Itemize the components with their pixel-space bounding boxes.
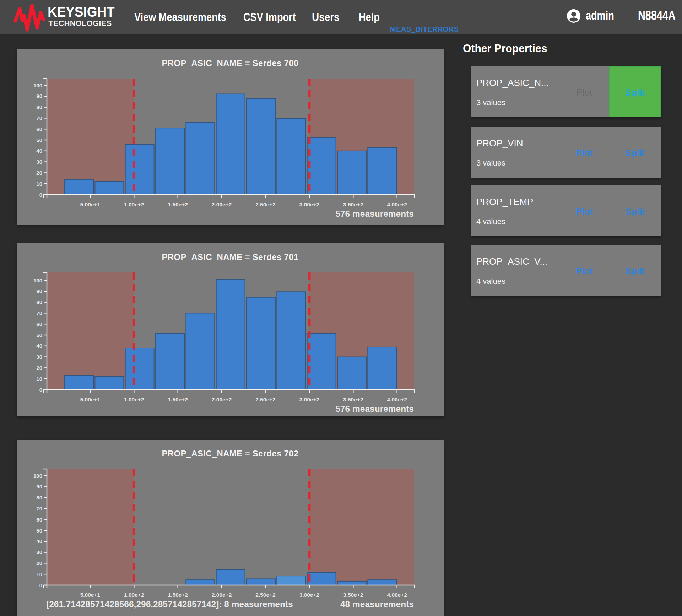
svg-text:100: 100 xyxy=(33,82,42,88)
svg-text:3.50e+2: 3.50e+2 xyxy=(343,201,363,207)
svg-text:[261.71428571428566,296.285714: [261.71428571428566,296.2857142857142]: … xyxy=(46,599,293,609)
svg-text:0: 0 xyxy=(39,192,42,198)
svg-text:1.00e+2: 1.00e+2 xyxy=(124,592,144,598)
svg-text:1.00e+2: 1.00e+2 xyxy=(124,396,144,402)
svg-text:60: 60 xyxy=(36,321,42,327)
svg-text:80: 80 xyxy=(36,104,42,110)
svg-text:100: 100 xyxy=(33,277,42,283)
svg-text:40: 40 xyxy=(36,538,42,544)
svg-text:2.00e+2: 2.00e+2 xyxy=(212,592,232,598)
svg-text:PROP_ASIC_NAME = Serdes 700: PROP_ASIC_NAME = Serdes 700 xyxy=(162,58,299,68)
svg-text:40: 40 xyxy=(36,148,42,154)
svg-text:100: 100 xyxy=(33,473,42,479)
svg-text:50: 50 xyxy=(36,332,42,338)
svg-text:5.00e+1: 5.00e+1 xyxy=(80,201,101,207)
svg-text:50: 50 xyxy=(36,528,42,534)
svg-text:1.50e+2: 1.50e+2 xyxy=(168,396,188,402)
svg-text:2.00e+2: 2.00e+2 xyxy=(212,201,232,207)
svg-text:PROP_ASIC_NAME = Serdes 701: PROP_ASIC_NAME = Serdes 701 xyxy=(162,252,299,262)
svg-text:30: 30 xyxy=(36,354,42,360)
svg-text:60: 60 xyxy=(36,126,42,132)
svg-text:3.00e+2: 3.00e+2 xyxy=(299,592,319,598)
svg-text:60: 60 xyxy=(36,517,42,523)
svg-text:1.00e+2: 1.00e+2 xyxy=(124,201,144,207)
svg-text:90: 90 xyxy=(36,483,42,490)
svg-text:576 measurements: 576 measurements xyxy=(335,209,414,218)
svg-text:4.00e+2: 4.00e+2 xyxy=(387,592,407,598)
svg-text:30: 30 xyxy=(36,159,42,165)
svg-text:70: 70 xyxy=(36,506,42,512)
svg-text:2.50e+2: 2.50e+2 xyxy=(255,396,275,402)
svg-text:10: 10 xyxy=(36,376,42,382)
svg-text:3.00e+2: 3.00e+2 xyxy=(299,396,319,402)
svg-text:1.50e+2: 1.50e+2 xyxy=(168,201,188,207)
svg-text:3.00e+2: 3.00e+2 xyxy=(299,201,319,207)
svg-text:20: 20 xyxy=(36,365,42,371)
svg-text:0: 0 xyxy=(39,387,42,393)
svg-text:20: 20 xyxy=(36,170,42,176)
svg-text:80: 80 xyxy=(36,299,42,305)
svg-text:30: 30 xyxy=(36,549,42,555)
svg-text:5.00e+1: 5.00e+1 xyxy=(80,592,101,598)
svg-text:3.50e+2: 3.50e+2 xyxy=(343,592,363,598)
svg-text:1.50e+2: 1.50e+2 xyxy=(168,592,188,598)
svg-text:4.00e+2: 4.00e+2 xyxy=(387,201,407,207)
svg-text:10: 10 xyxy=(36,571,42,577)
svg-text:90: 90 xyxy=(36,288,42,294)
svg-text:70: 70 xyxy=(36,115,42,121)
svg-text:2.00e+2: 2.00e+2 xyxy=(212,396,232,402)
svg-text:40: 40 xyxy=(36,343,42,349)
svg-text:2.50e+2: 2.50e+2 xyxy=(255,201,275,207)
svg-text:90: 90 xyxy=(36,93,42,99)
svg-text:4.00e+2: 4.00e+2 xyxy=(387,396,407,402)
svg-text:5.00e+1: 5.00e+1 xyxy=(80,396,101,402)
svg-text:PROP_ASIC_NAME = Serdes 702: PROP_ASIC_NAME = Serdes 702 xyxy=(162,449,299,458)
svg-text:48 measurements: 48 measurements xyxy=(340,599,414,609)
svg-text:10: 10 xyxy=(36,181,42,187)
svg-text:20: 20 xyxy=(36,560,42,566)
svg-text:0: 0 xyxy=(39,582,42,588)
svg-text:3.50e+2: 3.50e+2 xyxy=(343,396,363,402)
svg-text:70: 70 xyxy=(36,310,42,316)
svg-text:50: 50 xyxy=(36,137,42,143)
svg-text:80: 80 xyxy=(36,495,42,501)
svg-text:576 measurements: 576 measurements xyxy=(335,404,414,414)
svg-text:2.50e+2: 2.50e+2 xyxy=(255,592,275,598)
